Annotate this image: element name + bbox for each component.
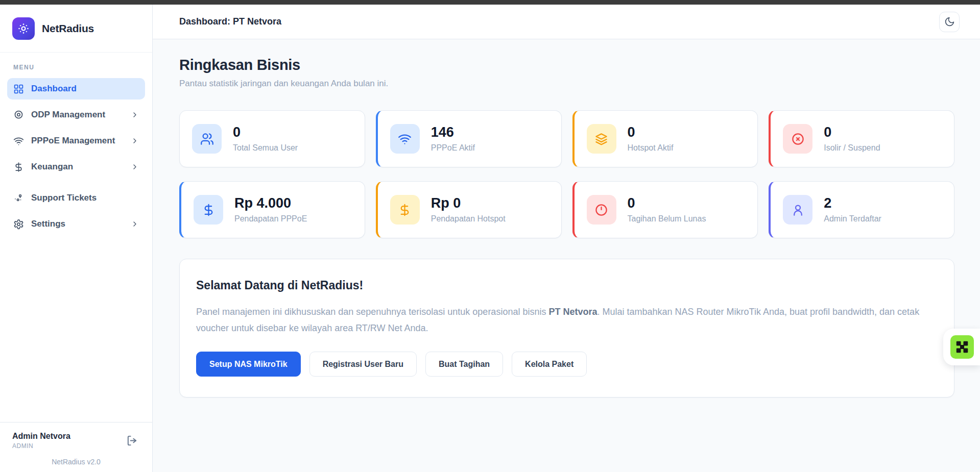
welcome-card: Selamat Datang di NetRadius! Panel manaj… <box>179 259 954 398</box>
stat-label: Admin Terdaftar <box>824 214 881 223</box>
buat-tagihan-button[interactable]: Buat Tagihan <box>425 352 503 377</box>
stat-icon-badge <box>390 195 420 225</box>
welcome-company-name: PT Netvora <box>548 307 597 317</box>
alert-circle-icon <box>594 203 608 217</box>
sidebar-item-settings[interactable]: Settings <box>7 213 145 235</box>
stat-texts: Rp 0Pendapatan Hotspot <box>431 196 506 223</box>
grid-icon <box>13 84 24 94</box>
user-role-badge: ADMIN <box>12 442 124 450</box>
sidebar: NetRadius MENU DashboardODP ManagementPP… <box>0 5 153 472</box>
stat-icon-badge <box>587 195 616 225</box>
top-header: Dashboard: PT Netvora <box>153 5 980 39</box>
app-shell: NetRadius MENU DashboardODP ManagementPP… <box>0 5 980 472</box>
logout-icon <box>126 435 138 446</box>
stat-value: 0 <box>628 196 706 211</box>
welcome-title: Selamat Datang di NetRadius! <box>196 279 938 292</box>
page-subtitle: Pantau statistik jaringan dan keuangan A… <box>179 79 954 89</box>
wifi-icon <box>398 132 412 146</box>
setup-nas-mikrotik-button[interactable]: Setup NAS MikroTik <box>196 352 301 377</box>
menu-section-label: MENU <box>7 64 145 71</box>
page-title: Ringkasan Bisnis <box>179 57 954 73</box>
stat-card-admin-terdaftar: 2Admin Terdaftar <box>769 181 954 238</box>
stat-value: Rp 0 <box>431 196 506 211</box>
wifi-icon <box>13 136 24 146</box>
stat-card-pendapatan-hotspot: Rp 0Pendapatan Hotspot <box>376 181 562 238</box>
sidebar-item-keuangan[interactable]: Keuangan <box>7 156 145 178</box>
sidebar-item-label: Support Tickets <box>31 193 97 203</box>
sidebar-footer: Admin Netvora ADMIN NetRadius v2.0 <box>0 422 152 472</box>
stat-label: Total Semua User <box>233 143 298 153</box>
stat-label: Hotspot Aktif <box>628 143 674 153</box>
floating-extension-widget[interactable] <box>943 329 980 365</box>
stat-icon-badge <box>390 124 420 154</box>
users-icon <box>200 132 214 146</box>
stat-texts: 0Isolir / Suspend <box>824 125 880 153</box>
chevron-right-icon <box>131 137 139 145</box>
stat-label: Pendapatan PPPoE <box>234 214 307 223</box>
sidebar-item-dashboard[interactable]: Dashboard <box>7 78 145 100</box>
registrasi-user-baru-button[interactable]: Registrasi User Baru <box>309 352 417 377</box>
creeper-icon <box>950 335 974 359</box>
chevron-right-icon <box>131 163 139 171</box>
main-column: Dashboard: PT Netvora Ringkasan Bisnis P… <box>153 5 980 472</box>
stat-label: PPPoE Aktif <box>431 143 475 153</box>
dollar-icon <box>202 203 216 217</box>
stat-texts: 146PPPoE Aktif <box>431 125 475 153</box>
stat-icon-badge <box>783 124 812 154</box>
sidebar-item-odp-management[interactable]: ODP Management <box>7 104 145 126</box>
logout-button[interactable] <box>124 433 140 449</box>
stat-icon-badge <box>192 124 222 154</box>
stat-card-hotspot-aktif: 0Hotspot Aktif <box>572 110 758 167</box>
stat-icon-badge <box>783 195 812 225</box>
sidebar-nav: MENU DashboardODP ManagementPPPoE Manage… <box>0 53 152 422</box>
dark-mode-toggle[interactable] <box>939 12 960 32</box>
browser-top-strip <box>0 0 980 5</box>
gear-icon <box>13 219 24 230</box>
sidebar-item-label: Keuangan <box>31 162 73 172</box>
user-name: Admin Netvora <box>12 432 124 441</box>
stat-texts: 0Total Semua User <box>233 125 298 153</box>
quick-actions: Setup NAS MikroTikRegistrasi User BaruBu… <box>196 352 938 377</box>
sidebar-item-label: PPPoE Management <box>31 136 115 146</box>
dollar-icon <box>13 162 24 172</box>
chevron-right-icon <box>131 220 139 228</box>
sidebar-item-label: Dashboard <box>31 84 77 94</box>
stat-value: 0 <box>233 125 298 140</box>
stat-label: Tagihan Belum Lunas <box>628 214 706 223</box>
dashboard-content: Ringkasan Bisnis Pantau statistik jaring… <box>153 39 980 398</box>
nav-items: DashboardODP ManagementPPPoE ManagementK… <box>7 78 145 235</box>
dollar-icon <box>398 203 412 217</box>
stat-texts: 2Admin Terdaftar <box>824 196 881 223</box>
ticket-icon <box>13 193 24 204</box>
moon-icon <box>944 16 955 27</box>
current-user: Admin Netvora ADMIN <box>12 432 124 450</box>
stat-icon-badge <box>587 124 616 154</box>
welcome-body: Panel manajemen ini dikhususkan dan sepe… <box>196 304 938 336</box>
stat-value: 146 <box>431 125 475 140</box>
stat-card-isolir-suspend: 0Isolir / Suspend <box>769 110 954 167</box>
chevron-right-icon <box>131 111 139 119</box>
stat-label: Isolir / Suspend <box>824 143 880 153</box>
kelola-paket-button[interactable]: Kelola Paket <box>512 352 587 377</box>
stat-card-total-semua-user: 0Total Semua User <box>179 110 365 167</box>
x-circle-icon <box>791 132 805 146</box>
stat-texts: 0Tagihan Belum Lunas <box>628 196 706 223</box>
user-icon <box>791 203 805 217</box>
layers-icon <box>594 132 608 146</box>
stat-value: Rp 4.000 <box>234 196 307 211</box>
sidebar-item-support-tickets[interactable]: Support Tickets <box>7 187 145 209</box>
stat-value: 2 <box>824 196 881 211</box>
stat-texts: 0Hotspot Aktif <box>628 125 674 153</box>
netradius-logo-icon <box>12 17 35 40</box>
stat-card-tagihan-belum-lunas: 0Tagihan Belum Lunas <box>572 181 758 238</box>
breadcrumb: Dashboard: PT Netvora <box>179 16 281 27</box>
app-version: NetRadius v2.0 <box>12 458 140 466</box>
stat-icon-badge <box>194 195 223 225</box>
app-title: NetRadius <box>42 22 94 35</box>
stat-card-pendapatan-pppoe: Rp 4.000Pendapatan PPPoE <box>179 181 365 238</box>
stat-value: 0 <box>628 125 674 140</box>
brand: NetRadius <box>0 5 152 53</box>
sidebar-item-pppoe-management[interactable]: PPPoE Management <box>7 130 145 152</box>
stat-texts: Rp 4.000Pendapatan PPPoE <box>234 196 307 223</box>
stat-label: Pendapatan Hotspot <box>431 214 506 223</box>
